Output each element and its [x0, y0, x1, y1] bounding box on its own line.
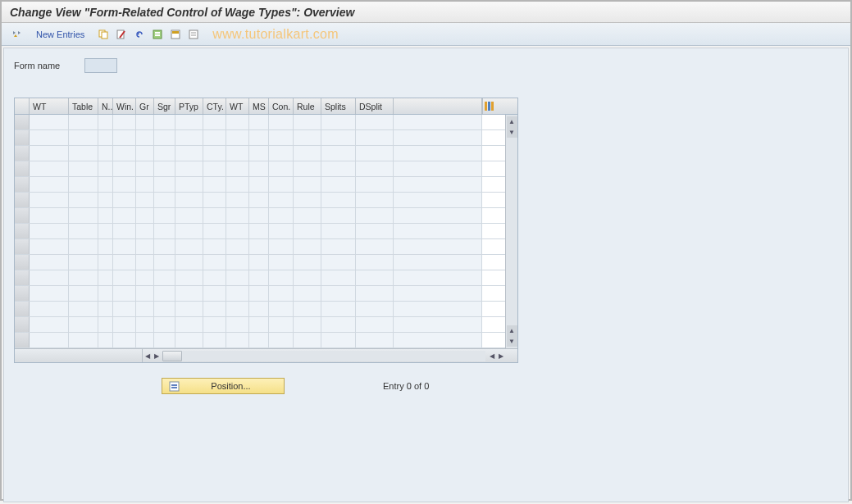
col-sgr[interactable]: Sgr [154, 98, 175, 114]
content-area: Form name WT Table N.. Win. Gr Sgr PTyp … [3, 48, 849, 502]
deselect-all-icon[interactable] [186, 27, 201, 42]
scroll-right-icon[interactable]: ▶ [496, 351, 505, 361]
scroll-down-icon[interactable]: ▼ [507, 336, 517, 347]
col-rule[interactable]: Rule [294, 98, 321, 114]
svg-rect-14 [491, 102, 494, 111]
table-row[interactable] [15, 208, 505, 224]
bottom-controls: Position... Entry 0 of 0 [14, 378, 838, 394]
horizontal-scrollbar[interactable]: ◀ ▶ ◀ ▶ [15, 348, 517, 362]
col-gr[interactable]: Gr [136, 98, 154, 114]
row-selector[interactable] [15, 333, 30, 347]
table-row[interactable] [15, 161, 505, 177]
toggle-view-icon[interactable] [10, 27, 25, 42]
table-row[interactable] [15, 333, 505, 348]
form-name-label: Form name [14, 61, 60, 70]
col-ms[interactable]: MS [249, 98, 269, 114]
table-row[interactable] [15, 255, 505, 270]
select-block-icon[interactable] [168, 27, 183, 42]
row-selector[interactable] [15, 239, 30, 254]
form-name-row: Form name [14, 58, 838, 73]
svg-rect-13 [488, 102, 490, 111]
row-selector[interactable] [15, 177, 30, 192]
scroll-track[interactable] [162, 351, 485, 361]
row-selector[interactable] [15, 317, 30, 332]
col-wt[interactable]: WT [30, 98, 69, 114]
svg-rect-12 [485, 102, 487, 111]
toolbar: New Entries www.tutorialkart.com [2, 23, 850, 46]
row-selector[interactable] [15, 130, 30, 145]
col-n[interactable]: N.. [98, 98, 113, 114]
scroll-thumb[interactable] [162, 351, 182, 361]
scroll-left-icon[interactable]: ◀ [487, 351, 496, 361]
delete-icon[interactable] [114, 27, 129, 42]
row-selector[interactable] [15, 161, 30, 176]
row-selector[interactable] [15, 286, 30, 301]
row-selector[interactable] [15, 193, 30, 207]
table-row[interactable] [15, 302, 505, 317]
row-selector[interactable] [15, 224, 30, 238]
svg-rect-8 [172, 31, 179, 34]
table-row[interactable] [15, 115, 505, 130]
page-title: Change View "Form-Related Control of Wag… [10, 6, 354, 19]
select-all-icon[interactable] [150, 27, 165, 42]
svg-rect-10 [191, 32, 196, 34]
vertical-scrollbar[interactable]: ▲ ▼ ▲ ▼ [505, 115, 517, 348]
watermark-text: www.tutorialkart.com [212, 27, 339, 42]
position-icon [169, 381, 180, 392]
row-selector[interactable] [15, 302, 30, 316]
table-row[interactable] [15, 286, 505, 302]
svg-rect-16 [171, 384, 177, 386]
table-row[interactable] [15, 270, 505, 286]
table-row[interactable] [15, 177, 505, 193]
col-blank [394, 98, 482, 114]
table-row[interactable] [15, 317, 505, 333]
col-con[interactable]: Con. [269, 98, 294, 114]
scroll-up-icon[interactable]: ▲ [507, 116, 517, 127]
table-row[interactable] [15, 239, 505, 255]
entry-count-text: Entry 0 of 0 [383, 381, 429, 391]
table-row[interactable] [15, 146, 505, 161]
svg-rect-1 [102, 32, 107, 39]
row-selector[interactable] [15, 208, 30, 223]
col-win[interactable]: Win. [113, 98, 136, 114]
row-selector[interactable] [15, 270, 30, 285]
svg-rect-17 [171, 387, 177, 388]
grid-table: WT Table N.. Win. Gr Sgr PTyp CTy. WT MS… [14, 98, 518, 363]
svg-rect-11 [191, 34, 196, 36]
svg-rect-15 [170, 382, 179, 391]
col-splits[interactable]: Splits [321, 98, 356, 114]
scroll-right-icon[interactable]: ▶ [152, 351, 161, 361]
copy-icon[interactable] [96, 27, 111, 42]
scroll-left-icon[interactable]: ◀ [143, 351, 152, 361]
position-button[interactable]: Position... [162, 378, 285, 394]
svg-rect-5 [155, 32, 160, 34]
row-selector[interactable] [15, 146, 30, 161]
col-dsplit[interactable]: DSplit [356, 98, 394, 114]
row-selector-header[interactable] [15, 98, 30, 114]
position-label: Position... [185, 381, 277, 391]
row-selector[interactable] [15, 255, 30, 270]
col-ptyp[interactable]: PTyp [175, 98, 203, 114]
table-row[interactable] [15, 224, 505, 239]
form-name-input[interactable] [84, 58, 117, 73]
new-entries-button[interactable]: New Entries [33, 28, 88, 41]
col-cty[interactable]: CTy. [203, 98, 226, 114]
grid-rows [15, 115, 505, 348]
col-table[interactable]: Table [69, 98, 98, 114]
col-wt2[interactable]: WT [226, 98, 249, 114]
grid-header: WT Table N.. Win. Gr Sgr PTyp CTy. WT MS… [15, 98, 517, 115]
scroll-down-icon[interactable]: ▼ [507, 127, 517, 138]
scroll-up-icon[interactable]: ▲ [507, 325, 517, 336]
table-row[interactable] [15, 193, 505, 208]
configure-columns-icon[interactable] [482, 98, 494, 114]
title-bar: Change View "Form-Related Control of Wag… [2, 2, 850, 23]
undo-icon[interactable] [132, 27, 147, 42]
row-selector[interactable] [15, 115, 30, 129]
svg-rect-6 [155, 34, 160, 36]
table-row[interactable] [15, 130, 505, 146]
